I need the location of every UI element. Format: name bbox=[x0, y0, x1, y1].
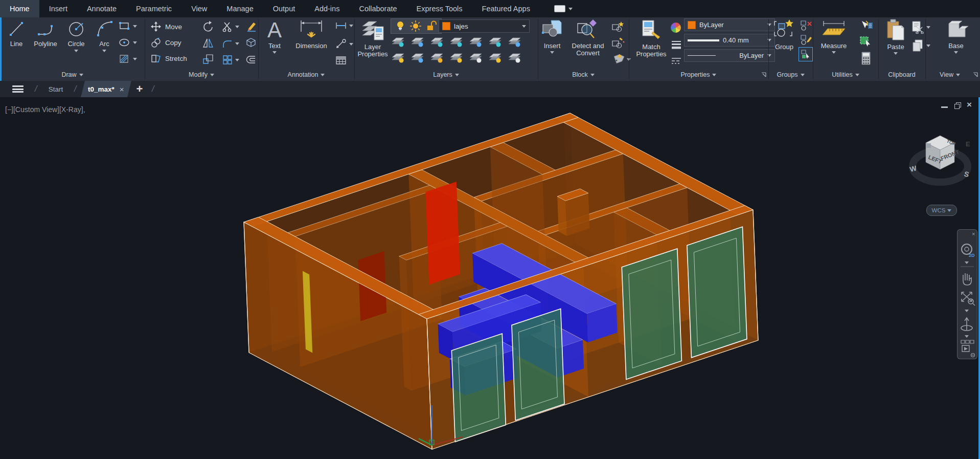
match-properties-button[interactable]: Match Properties bbox=[635, 18, 668, 58]
arc-button[interactable]: Arc bbox=[93, 18, 116, 52]
restore-icon[interactable] bbox=[954, 102, 960, 108]
panel-title-properties[interactable]: Properties bbox=[629, 70, 768, 79]
object-color-dropdown[interactable]: ByLayer bbox=[684, 18, 775, 31]
view-panel-launcher-icon[interactable] bbox=[972, 72, 978, 78]
panel-title-block[interactable]: Block bbox=[538, 70, 629, 79]
pan-hand-icon[interactable] bbox=[963, 273, 971, 285]
scale-button[interactable] bbox=[202, 53, 214, 65]
3d-model-xray[interactable] bbox=[0, 97, 980, 459]
ribbon-display-toggle[interactable] bbox=[554, 0, 573, 17]
layer-tool-button[interactable] bbox=[488, 35, 503, 48]
layer-select-dropdown[interactable]: lajes bbox=[439, 19, 530, 33]
copy-button[interactable]: Copy bbox=[150, 36, 181, 49]
steering-wheel-icon[interactable]: 2D bbox=[962, 244, 975, 258]
tab-express-tools[interactable]: Express Tools bbox=[407, 0, 472, 17]
erase-button[interactable] bbox=[245, 20, 257, 33]
layer-on-bulb-icon[interactable] bbox=[395, 20, 406, 32]
group-selection-toggle[interactable] bbox=[799, 47, 813, 61]
zoom-flyout-arrow[interactable] bbox=[965, 310, 969, 312]
layer-tool-button[interactable] bbox=[429, 35, 445, 48]
tab-featured-apps[interactable]: Featured Apps bbox=[472, 0, 540, 17]
tab-home[interactable]: Home bbox=[0, 0, 39, 17]
viewport-controls-label[interactable]: [−][Custom View][X-Ray], bbox=[5, 105, 85, 114]
explode-button[interactable] bbox=[245, 37, 257, 49]
panel-title-draw[interactable]: Draw bbox=[0, 70, 145, 79]
paste-button[interactable]: Paste bbox=[882, 18, 909, 55]
dimension-linear-button[interactable] bbox=[335, 21, 353, 30]
cut-button[interactable] bbox=[911, 20, 930, 34]
layer-tool-button[interactable] bbox=[410, 35, 425, 48]
circle-button[interactable]: Circle bbox=[62, 18, 90, 52]
tab-output[interactable]: Output bbox=[263, 0, 305, 17]
text-button[interactable]: A Text bbox=[262, 18, 287, 54]
showmotion-icon[interactable] bbox=[961, 340, 974, 352]
tab-collaborate[interactable]: Collaborate bbox=[349, 0, 406, 17]
rotate-button[interactable] bbox=[202, 20, 214, 33]
viewcube-corner-highlight[interactable] bbox=[926, 143, 931, 148]
offset-button[interactable] bbox=[245, 54, 257, 64]
compass-west[interactable]: W bbox=[909, 164, 918, 173]
compass-east[interactable]: E bbox=[966, 140, 970, 148]
edit-attributes-button[interactable] bbox=[611, 53, 631, 65]
properties-panel-launcher-icon[interactable] bbox=[761, 72, 767, 78]
copy-clip-button[interactable] bbox=[911, 39, 930, 52]
trim-button[interactable] bbox=[222, 20, 239, 33]
edit-block-button[interactable] bbox=[611, 37, 625, 49]
lineweight-dropdown[interactable]: 0.40 mm bbox=[684, 34, 775, 47]
tab-manage[interactable]: Manage bbox=[217, 0, 263, 17]
orbit-icon[interactable] bbox=[961, 318, 972, 331]
panel-title-utilities[interactable]: Utilities bbox=[813, 70, 878, 79]
layer-tool-button[interactable] bbox=[391, 51, 406, 64]
base-view-button[interactable]: Base bbox=[942, 18, 970, 54]
viewcube[interactable]: W S E TOP LEFT FRONT bbox=[902, 118, 979, 200]
linetype-list-icon[interactable] bbox=[671, 56, 682, 67]
file-tab-document[interactable]: t0_max* × bbox=[81, 81, 131, 97]
tab-insert[interactable]: Insert bbox=[39, 0, 77, 17]
tab-add-ins[interactable]: Add-ins bbox=[305, 0, 349, 17]
layer-unlock-icon[interactable] bbox=[425, 20, 438, 32]
drawing-viewport[interactable]: [−][Custom View][X-Ray], × W S E TOP LEF… bbox=[0, 97, 980, 459]
move-button[interactable]: Move bbox=[150, 20, 182, 33]
panel-title-modify[interactable]: Modify bbox=[145, 70, 258, 79]
quick-select-button[interactable] bbox=[859, 19, 873, 33]
table-button[interactable] bbox=[335, 55, 347, 65]
tab-view[interactable]: View bbox=[181, 0, 217, 17]
new-tab-button[interactable]: + bbox=[136, 82, 143, 96]
color-wheel-icon[interactable] bbox=[671, 23, 681, 33]
layer-tool-button[interactable] bbox=[429, 51, 445, 64]
ellipse-button[interactable] bbox=[119, 38, 137, 47]
layer-sun-icon[interactable] bbox=[409, 20, 422, 32]
layer-tool-button[interactable] bbox=[507, 51, 522, 64]
insert-block-button[interactable]: Insert bbox=[540, 18, 564, 54]
tab-parametric[interactable]: Parametric bbox=[126, 0, 181, 17]
array-button[interactable] bbox=[222, 54, 239, 65]
group-edit-button[interactable] bbox=[800, 34, 813, 46]
panel-title-groups[interactable]: Groups bbox=[768, 70, 813, 79]
hamburger-menu-icon[interactable] bbox=[12, 85, 24, 93]
detect-convert-button[interactable]: Detect and Convert bbox=[566, 18, 609, 57]
selection-cycling-button[interactable] bbox=[859, 35, 873, 48]
layer-tool-button[interactable] bbox=[488, 51, 503, 64]
navbar-close-icon[interactable]: × bbox=[972, 231, 975, 237]
layer-tool-button[interactable] bbox=[391, 35, 406, 48]
fillet-button[interactable] bbox=[222, 38, 239, 49]
measure-button[interactable]: Measure bbox=[817, 18, 851, 54]
group-button[interactable]: Group bbox=[771, 18, 797, 51]
layer-tool-button[interactable] bbox=[449, 35, 464, 48]
hatch-button[interactable] bbox=[119, 54, 137, 63]
ungroup-button[interactable] bbox=[800, 19, 813, 32]
lineweight-list-icon[interactable] bbox=[671, 40, 682, 50]
tab-annotate[interactable]: Annotate bbox=[77, 0, 126, 17]
leader-button[interactable] bbox=[335, 39, 353, 49]
linetype-dropdown[interactable]: ByLayer bbox=[684, 49, 775, 62]
close-icon[interactable]: × bbox=[967, 101, 972, 108]
polyline-button[interactable]: Polyline bbox=[30, 18, 61, 48]
panel-title-view[interactable]: View bbox=[925, 70, 974, 79]
panel-title-annotation[interactable]: Annotation bbox=[258, 70, 354, 79]
layer-tool-button[interactable] bbox=[507, 35, 522, 48]
line-button[interactable]: Line bbox=[4, 18, 29, 48]
wheel-flyout-arrow[interactable] bbox=[965, 261, 969, 264]
quick-calculator-button[interactable] bbox=[860, 51, 872, 65]
file-tab-start[interactable]: Start bbox=[41, 81, 71, 97]
layer-tool-button[interactable] bbox=[449, 51, 464, 64]
